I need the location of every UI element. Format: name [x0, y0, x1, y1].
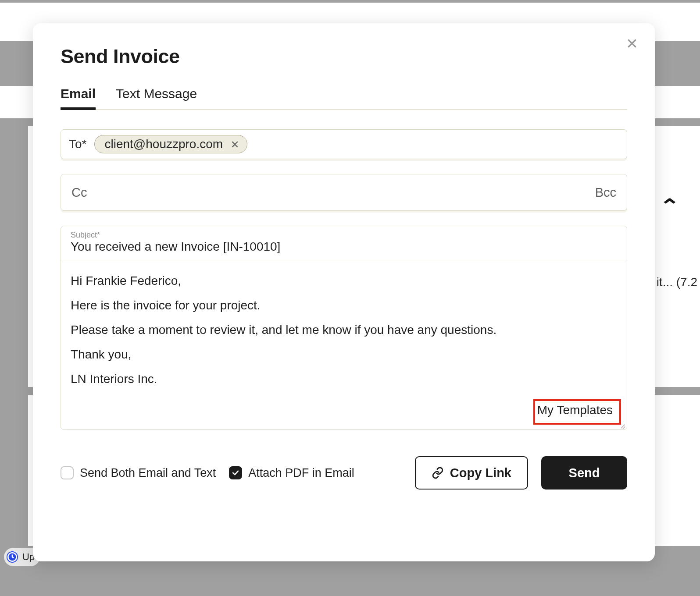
- checkbox-checked-icon: [229, 466, 242, 479]
- subject-field[interactable]: Subject*: [61, 226, 627, 260]
- to-field[interactable]: To* client@houzzpro.com: [61, 129, 627, 159]
- body-line: LN Interiors Inc.: [71, 370, 617, 388]
- send-label: Send: [569, 466, 600, 480]
- recipient-chip[interactable]: client@houzzpro.com: [94, 135, 247, 153]
- copy-link-button[interactable]: Copy Link: [415, 456, 528, 490]
- send-both-checkbox[interactable]: Send Both Email and Text: [61, 466, 216, 480]
- tabs: Email Text Message: [61, 86, 627, 110]
- resize-handle-icon[interactable]: [619, 422, 626, 429]
- body-line: Hi Frankie Federico,: [71, 272, 617, 290]
- send-button[interactable]: Send: [541, 456, 627, 490]
- subject-label: Subject*: [71, 231, 617, 240]
- copy-link-label: Copy Link: [450, 466, 511, 480]
- body-editor[interactable]: Hi Frankie Federico, Here is the invoice…: [61, 260, 627, 429]
- cc-field[interactable]: Cc Bcc: [61, 174, 627, 211]
- bcc-toggle[interactable]: Bcc: [595, 185, 616, 200]
- modal-footer: Send Both Email and Text Attach PDF in E…: [61, 456, 627, 490]
- send-both-label: Send Both Email and Text: [80, 466, 216, 480]
- checkmark-icon: [231, 468, 240, 477]
- body-line: Thank you,: [71, 345, 617, 364]
- close-icon: [626, 38, 638, 49]
- chevron-up-icon: ⌃: [659, 195, 680, 216]
- remove-recipient-button[interactable]: [231, 140, 239, 149]
- link-icon: [432, 467, 444, 479]
- body-line: Here is the invoice for your project.: [71, 296, 617, 315]
- close-button[interactable]: [624, 35, 640, 51]
- tab-email[interactable]: Email: [61, 86, 96, 109]
- my-templates-button[interactable]: My Templates: [533, 400, 617, 421]
- clock-icon: [7, 551, 18, 563]
- recipient-email: client@houzzpro.com: [104, 137, 223, 151]
- to-label: To*: [69, 137, 86, 151]
- attach-pdf-checkbox[interactable]: Attach PDF in Email: [229, 466, 354, 480]
- modal-title: Send Invoice: [61, 45, 627, 68]
- cc-label[interactable]: Cc: [71, 185, 87, 200]
- subject-input[interactable]: [71, 240, 617, 254]
- x-icon: [231, 140, 239, 149]
- checkbox-unchecked-icon: [61, 466, 74, 479]
- tab-text-message[interactable]: Text Message: [116, 86, 197, 109]
- body-line: Please take a moment to review it, and l…: [71, 321, 617, 339]
- message-composer: Subject* Hi Frankie Federico, Here is th…: [61, 226, 627, 430]
- attach-pdf-label: Attach PDF in Email: [248, 466, 354, 480]
- send-invoice-modal: Send Invoice Email Text Message To* clie…: [33, 23, 655, 561]
